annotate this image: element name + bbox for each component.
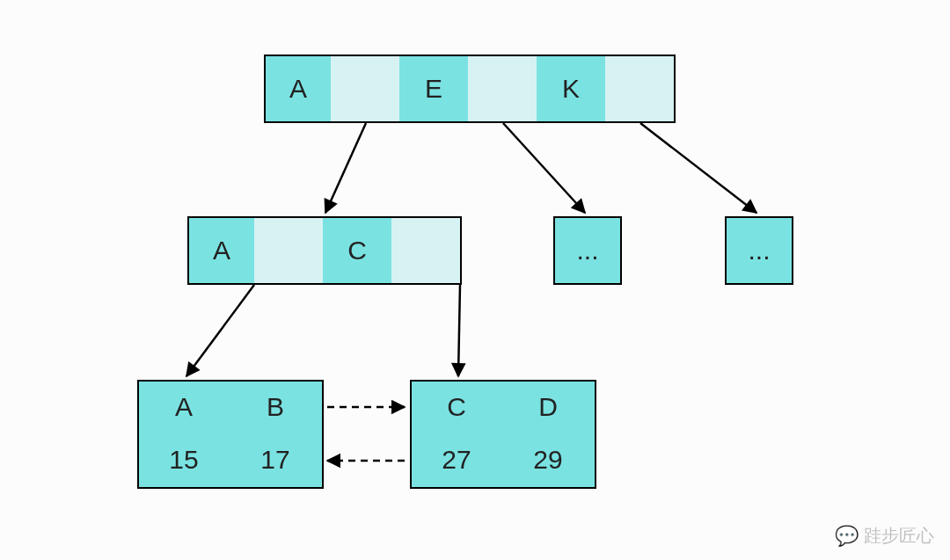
- edge-root-to-stub2: [640, 123, 756, 213]
- leaf1-value-1: 17: [229, 433, 324, 489]
- leaf2-key-0: C: [410, 380, 503, 434]
- leaf2-value-1: 29: [501, 433, 596, 489]
- leaf1-key-1: B: [229, 380, 324, 434]
- subtree-placeholder-1: ...: [553, 216, 622, 285]
- root-pointer-1: [468, 55, 538, 123]
- wechat-icon: 💬: [835, 525, 857, 548]
- internal-pointer-1: [391, 216, 462, 285]
- leaf1-value-0: 15: [137, 433, 230, 489]
- leaf1-key-0: A: [137, 380, 230, 434]
- edge-internal-to-leaf1: [186, 285, 254, 376]
- edge-root-to-internal: [325, 123, 366, 213]
- root-pointer-2: [605, 55, 676, 123]
- internal-key-1: C: [323, 216, 393, 285]
- leaf2-value-0: 27: [410, 433, 503, 489]
- root-key-0: A: [264, 55, 332, 123]
- root-pointer-0: [331, 55, 401, 123]
- leaf2-key-1: D: [501, 380, 596, 434]
- edge-internal-to-leaf2: [458, 285, 460, 376]
- internal-key-0: A: [187, 216, 256, 285]
- edge-root-to-stub1: [503, 123, 585, 213]
- watermark: 💬 跬步匠心: [835, 524, 934, 548]
- internal-pointer-0: [254, 216, 325, 285]
- watermark-text: 跬步匠心: [864, 524, 934, 548]
- root-key-2: K: [537, 55, 607, 123]
- subtree-placeholder-2: ...: [725, 216, 793, 285]
- root-key-1: E: [399, 55, 470, 123]
